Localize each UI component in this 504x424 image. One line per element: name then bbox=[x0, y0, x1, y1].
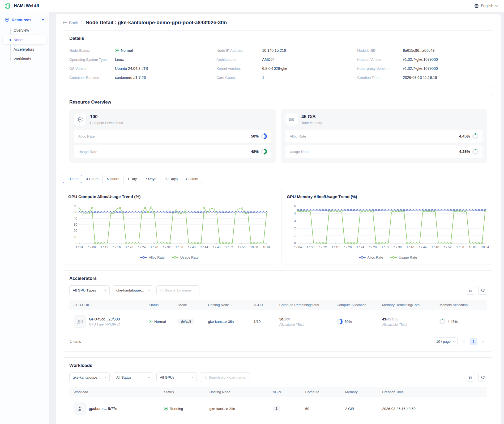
sidebar-item-workloads[interactable]: Workloads bbox=[3, 54, 46, 63]
time-range-button-1-hour[interactable]: 1 Hour bbox=[63, 175, 82, 183]
detail-value: Linux bbox=[115, 57, 124, 62]
details-title: Details bbox=[69, 36, 487, 41]
time-range-button-7-days[interactable]: 7 Days bbox=[141, 175, 160, 183]
workload-node-select[interactable]: gke-kantaloupe-de... bbox=[69, 372, 110, 382]
legend-marker-icon bbox=[172, 256, 178, 259]
refresh-button[interactable] bbox=[478, 286, 487, 295]
column-settings-button[interactable] bbox=[466, 373, 475, 382]
legend-marker-icon bbox=[359, 256, 366, 259]
workload-name: gpuburn-...-lb77m bbox=[89, 406, 118, 411]
page-number[interactable]: 1 bbox=[470, 338, 477, 345]
svg-text:17:20: 17:20 bbox=[126, 246, 133, 249]
page-size-select[interactable]: 10 / page bbox=[434, 337, 458, 345]
time-range-button-1-day[interactable]: 1 Day bbox=[123, 175, 141, 183]
svg-text:17:56: 17:56 bbox=[456, 246, 464, 249]
detail-label: Card Count: bbox=[216, 76, 262, 80]
sidebar-item-accelerators[interactable]: Accelerators bbox=[3, 45, 46, 54]
prev-page-button[interactable] bbox=[460, 338, 467, 345]
sidebar-item-overview[interactable]: Overview bbox=[3, 26, 46, 35]
compute-remaining-total: 50/100 Allocatable / Total bbox=[279, 317, 337, 327]
workload-creation-time: 2026-03-26 16:48:50 bbox=[382, 407, 483, 411]
accelerator-row[interactable]: GPU-f9cd...23f800 GPU Type: NVIDIA L4 No… bbox=[69, 310, 487, 333]
refresh-icon bbox=[481, 375, 485, 379]
accelerators-column-header: vGPU bbox=[254, 303, 279, 307]
accelerator-search-input[interactable] bbox=[165, 288, 196, 292]
accelerators-column-header: Compute Remaining/Total bbox=[279, 303, 337, 307]
sidebar-item-nodes[interactable]: Nodes bbox=[3, 35, 46, 44]
workload-search[interactable] bbox=[200, 372, 250, 382]
next-page-button[interactable] bbox=[480, 338, 487, 345]
svg-text:17:36: 17:36 bbox=[176, 246, 183, 249]
accelerators-column-header: GPU UUID bbox=[74, 303, 149, 307]
gpu-type: GPU Type: NVIDIA L4 bbox=[89, 323, 120, 326]
detail-label: OS Version: bbox=[69, 67, 115, 71]
svg-text:17:40: 17:40 bbox=[188, 246, 196, 249]
svg-text:17:48: 17:48 bbox=[213, 246, 221, 249]
detail-label: Node IP Address: bbox=[216, 49, 262, 53]
detail-value: Normal bbox=[115, 48, 133, 53]
gpu-uuid: GPU-f9cd...23f800 bbox=[89, 317, 120, 321]
workload-gpus-select[interactable]: All GPUs bbox=[156, 372, 197, 382]
workload-row[interactable]: gpuburn-...-lb77m Running gke-kant...e-3… bbox=[69, 397, 487, 420]
back-label: Back bbox=[69, 20, 78, 25]
accelerators-column-header: Hosting Node bbox=[208, 303, 254, 307]
workload-search-input[interactable] bbox=[208, 375, 246, 379]
back-button[interactable]: Back bbox=[63, 20, 78, 25]
workload-compute: 50 bbox=[305, 407, 345, 411]
memory-usage-rate-value: 4.25% bbox=[459, 149, 470, 154]
globe-icon bbox=[474, 4, 479, 8]
svg-text:10: 10 bbox=[74, 235, 78, 239]
workload-status-select[interactable]: All Status bbox=[113, 372, 153, 382]
time-range-button-30-days[interactable]: 30 Days bbox=[160, 175, 182, 183]
arrow-left-icon bbox=[63, 21, 67, 24]
workloads-column-header: Hosting Node bbox=[209, 390, 273, 394]
svg-text:1: 1 bbox=[294, 234, 296, 238]
detail-item: Container Runtime:containerd://1.7.26 bbox=[69, 74, 206, 82]
workloads-table-header: WorkloadStatusHosting NodevGPUComputeMem… bbox=[69, 387, 487, 397]
svg-text:2: 2 bbox=[294, 226, 296, 230]
refresh-button[interactable] bbox=[478, 373, 487, 382]
time-range-button-custom[interactable]: Custom bbox=[182, 175, 203, 183]
sidebar: Resources OverviewNodesAcceleratorsWorkl… bbox=[0, 12, 49, 424]
page-header: Back Node Detail : gke-kantaloupe-demo-g… bbox=[63, 19, 494, 30]
svg-text:17:24: 17:24 bbox=[138, 246, 146, 249]
detail-item: Creation Time:2026-03-13 11:19:19 bbox=[357, 74, 487, 82]
language-selector[interactable]: English bbox=[474, 4, 498, 8]
chevron-down-icon bbox=[191, 376, 194, 378]
legend-item[interactable]: Usage Rate bbox=[390, 255, 417, 259]
svg-text:17:44: 17:44 bbox=[419, 246, 427, 249]
accelerators-column-header: Compute Allocation bbox=[337, 303, 382, 307]
chip-icon bbox=[74, 113, 86, 126]
gpu-type-select[interactable]: All GPU Types bbox=[69, 285, 110, 295]
svg-text:0: 0 bbox=[294, 241, 296, 245]
svg-text:17:16: 17:16 bbox=[113, 246, 121, 249]
legend-item[interactable]: Alloc Rate bbox=[140, 255, 165, 259]
detail-value: 1 bbox=[262, 75, 264, 80]
sidebar-item-resources[interactable]: Resources bbox=[3, 15, 46, 24]
node-select[interactable]: gke-kantaloupe-de... bbox=[113, 285, 153, 295]
column-settings-icon bbox=[469, 375, 473, 379]
gpu-compute-trend-card: GPU Compute Alloc/Usage Trend (%) 010203… bbox=[63, 189, 275, 264]
svg-text:17:52: 17:52 bbox=[225, 246, 233, 249]
detail-item: Node IP Address:10.140.15.216 bbox=[216, 46, 347, 54]
time-range-button-6-hours[interactable]: 6 Hours bbox=[103, 175, 123, 183]
app-title: HAMi WebUI bbox=[14, 3, 39, 8]
legend-item[interactable]: Usage Rate bbox=[172, 255, 199, 259]
svg-text:17:36: 17:36 bbox=[394, 246, 402, 249]
accelerators-column-header: Memory Allocation bbox=[439, 303, 483, 307]
accelerator-search[interactable] bbox=[156, 285, 199, 295]
time-range-button-3-hours[interactable]: 3 Hours bbox=[82, 175, 103, 183]
accelerators-table-header: GPU UUIDStatusModeHosting NodevGPUComput… bbox=[69, 300, 487, 310]
topbar: HAMi WebUI English bbox=[0, 0, 504, 12]
hami-logo-icon bbox=[4, 2, 11, 9]
total-memory-label: Total Memory bbox=[301, 121, 322, 125]
legend-item[interactable]: Alloc Rate bbox=[359, 255, 383, 259]
divider bbox=[82, 20, 82, 25]
sidebar-item-dot bbox=[10, 39, 11, 41]
detail-label: Container Runtime: bbox=[69, 76, 115, 80]
page-title: Node Detail : gke-kantaloupe-demo-gpu-po… bbox=[86, 20, 227, 25]
column-settings-button[interactable] bbox=[466, 286, 475, 295]
memory-alloc-rate-value: 4.45% bbox=[459, 134, 470, 138]
gpu-hosting-node: gke-kant...e-3fln bbox=[208, 320, 254, 324]
gpu-status: Normal bbox=[149, 320, 178, 324]
